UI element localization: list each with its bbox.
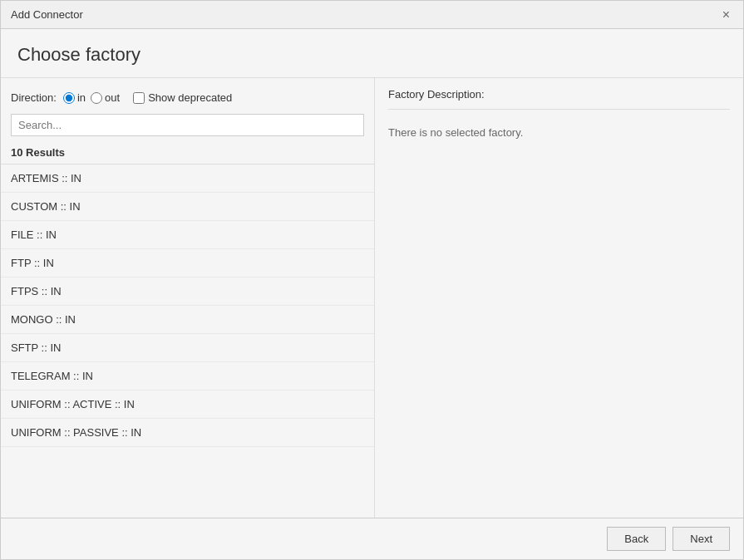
dialog-title: Add Connector xyxy=(11,8,83,21)
list-item[interactable]: MONGO :: IN xyxy=(1,306,374,334)
show-deprecated-label: Show deprecated xyxy=(148,91,232,104)
list-item[interactable]: TELEGRAM :: IN xyxy=(1,362,374,391)
radio-out[interactable]: out xyxy=(91,91,120,104)
list-item[interactable]: FTP :: IN xyxy=(1,249,374,278)
radio-out-input[interactable] xyxy=(91,92,102,104)
list-item[interactable]: FILE :: IN xyxy=(1,221,374,249)
page-title: Choose factory xyxy=(17,44,727,66)
back-button[interactable]: Back xyxy=(607,527,666,551)
dialog-body: Direction: in out Show deprecated xyxy=(1,78,743,518)
radio-in-label: in xyxy=(77,91,86,104)
list-item[interactable]: SFTP :: IN xyxy=(1,334,374,362)
search-container xyxy=(1,114,374,143)
factory-list: ARTEMIS :: INCUSTOM :: INFILE :: INFTP :… xyxy=(1,165,374,518)
direction-label: Direction: xyxy=(11,91,57,104)
close-button[interactable]: × xyxy=(719,8,733,22)
left-panel: Direction: in out Show deprecated xyxy=(1,78,375,518)
search-input[interactable] xyxy=(11,114,364,136)
list-item[interactable]: ARTEMIS :: IN xyxy=(1,165,374,193)
dialog-footer: Back Next xyxy=(1,518,743,559)
add-connector-dialog: Add Connector × Choose factory Direction… xyxy=(0,0,744,560)
results-count: 10 Results xyxy=(1,143,374,165)
list-item[interactable]: CUSTOM :: IN xyxy=(1,193,374,221)
list-item[interactable]: UNIFORM :: PASSIVE :: IN xyxy=(1,419,374,447)
radio-out-label: out xyxy=(105,91,120,104)
show-deprecated-option[interactable]: Show deprecated xyxy=(133,91,232,104)
factory-description-text: There is no selected factory. xyxy=(388,126,730,139)
radio-in[interactable]: in xyxy=(63,91,86,104)
next-button[interactable]: Next xyxy=(673,527,730,551)
radio-in-input[interactable] xyxy=(63,92,75,104)
list-item[interactable]: UNIFORM :: ACTIVE :: IN xyxy=(1,391,374,419)
show-deprecated-checkbox[interactable] xyxy=(133,92,145,104)
direction-row: Direction: in out Show deprecated xyxy=(1,88,374,114)
direction-radio-group: in out xyxy=(63,91,120,104)
dialog-titlebar: Add Connector × xyxy=(1,1,743,29)
factory-description-label: Factory Description: xyxy=(388,88,730,110)
dialog-header: Choose factory xyxy=(1,29,743,78)
right-panel: Factory Description: There is no selecte… xyxy=(375,78,743,518)
list-item[interactable]: FTPS :: IN xyxy=(1,278,374,306)
